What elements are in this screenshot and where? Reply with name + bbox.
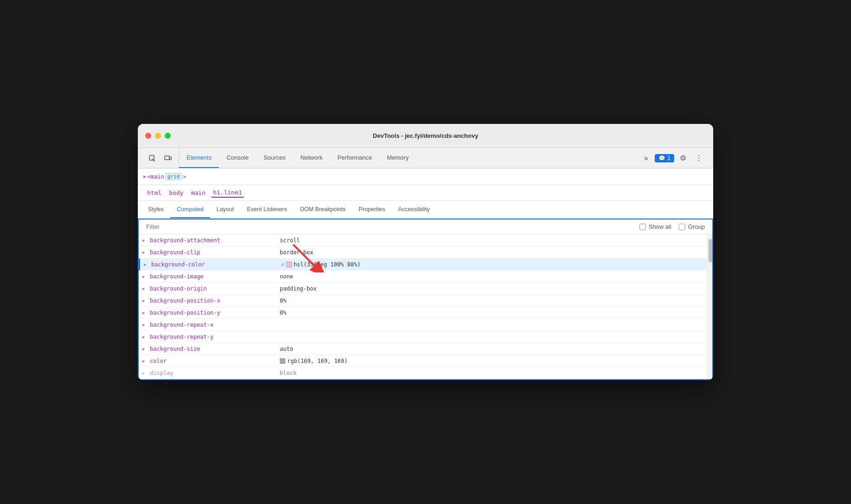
inherited-icon: ↺: [281, 261, 284, 267]
expand-icon[interactable]: ▶: [142, 286, 150, 291]
css-tab-event-listeners[interactable]: Event Listeners: [240, 201, 293, 218]
prop-value: auto: [280, 346, 293, 352]
title-bar: DevTools - jec.fyi/demo/cds-anchovy: [138, 124, 713, 148]
prop-value: 0%: [280, 297, 286, 304]
prop-row-background-color[interactable]: ▶ background-color ↺ hsl(350deg 100% 88%…: [139, 258, 707, 271]
expand-icon[interactable]: ▶: [142, 359, 150, 363]
expand-icon[interactable]: ▶: [142, 323, 150, 327]
scrollbar-thumb[interactable]: [709, 239, 712, 262]
prop-value: border-box: [280, 249, 313, 256]
device-toggle-icon[interactable]: [161, 151, 175, 165]
expand-icon[interactable]: ▶: [142, 250, 150, 255]
group-label[interactable]: Group: [679, 223, 705, 230]
prop-value: rgb(169, 169, 169): [280, 358, 348, 364]
window-title: DevTools - jec.fyi/demo/cds-anchovy: [373, 132, 478, 139]
tab-sources[interactable]: Sources: [256, 148, 293, 168]
element-breadcrumb: html body main h1.line1: [138, 185, 713, 201]
filter-options: Show all Group: [639, 223, 705, 230]
element-picker-icon[interactable]: [145, 151, 159, 165]
minimize-button[interactable]: [155, 133, 161, 139]
settings-button[interactable]: ⚙: [676, 151, 690, 165]
expand-icon[interactable]: ▶: [144, 262, 151, 267]
prop-row-background-size[interactable]: ▶ background-size auto: [139, 343, 707, 355]
devtools-window: DevTools - jec.fyi/demo/cds-anchovy Elem…: [138, 124, 713, 380]
prop-name: background-attachment: [150, 237, 280, 244]
filter-bar: Show all Group: [139, 220, 712, 234]
maximize-button[interactable]: [165, 133, 171, 139]
prop-name: background-position-y: [150, 310, 280, 316]
prop-name: background-position-x: [150, 297, 280, 304]
css-tab-accessibility[interactable]: Accessibility: [392, 201, 436, 218]
breadcrumb-body[interactable]: body: [167, 188, 185, 197]
prop-row-background-repeat-x[interactable]: ▶ background-repeat-x: [139, 319, 707, 331]
expand-icon[interactable]: ▶: [142, 298, 150, 303]
color-swatch[interactable]: [286, 262, 292, 267]
css-tab-computed[interactable]: Computed: [170, 201, 210, 218]
close-button[interactable]: [145, 133, 151, 139]
properties-list: ▶ background-attachment scroll ▶ backgro…: [139, 234, 712, 379]
devtools-tab-bar: Elements Console Sources Network Perform…: [138, 148, 713, 168]
css-tab-dom-breakpoints[interactable]: DOM Breakpoints: [293, 201, 352, 218]
tab-memory[interactable]: Memory: [380, 148, 416, 168]
breadcrumb-h1[interactable]: h1.line1: [211, 188, 244, 198]
css-tab-layout[interactable]: Layout: [210, 201, 241, 218]
traffic-lights: [145, 133, 171, 139]
prop-row-background-image[interactable]: ▶ background-image none: [139, 271, 707, 283]
tab-console[interactable]: Console: [219, 148, 256, 168]
breadcrumb-attribute[interactable]: grid: [165, 173, 182, 180]
chat-icon: 💬: [658, 155, 665, 162]
chat-badge[interactable]: 💬 1: [655, 154, 674, 162]
expand-icon[interactable]: ▶: [142, 347, 150, 351]
prop-name: background-image: [150, 273, 280, 280]
breadcrumb-expand-arrow[interactable]: ▶: [143, 174, 147, 180]
dom-breadcrumb-bar: ▶ <main grid >: [138, 168, 713, 185]
prop-row-background-position-y[interactable]: ▶ background-position-y 0%: [139, 307, 707, 319]
prop-row-display[interactable]: ▶ display block: [139, 367, 707, 379]
svg-rect-3: [169, 157, 171, 160]
css-tabs: Styles Computed Layout Event Listeners D…: [138, 201, 713, 219]
group-checkbox[interactable]: [679, 224, 685, 230]
breadcrumb-html[interactable]: html: [145, 188, 163, 197]
prop-row-background-origin[interactable]: ▶ background-origin padding-box: [139, 283, 707, 295]
expand-icon[interactable]: ▶: [142, 310, 150, 315]
tab-network[interactable]: Network: [293, 148, 330, 168]
more-options-button[interactable]: ⋮: [692, 151, 706, 165]
prop-name: color: [150, 358, 280, 364]
prop-value: padding-box: [280, 285, 316, 292]
prop-row-background-repeat-y[interactable]: ▶ background-repeat-y: [139, 331, 707, 343]
svg-rect-2: [165, 156, 169, 160]
show-all-checkbox[interactable]: [639, 224, 646, 230]
expand-icon[interactable]: ▶: [142, 335, 150, 339]
expand-icon[interactable]: ▶: [142, 238, 150, 243]
show-all-label[interactable]: Show all: [639, 223, 671, 230]
prop-row-background-clip[interactable]: ▶ background-clip border-box: [139, 246, 707, 258]
prop-name: background-size: [150, 346, 280, 352]
expand-icon[interactable]: ▶: [142, 371, 150, 375]
breadcrumb-main[interactable]: main: [189, 188, 207, 197]
prop-value: scroll: [280, 237, 300, 244]
css-tab-properties[interactable]: Properties: [352, 201, 392, 218]
filter-input[interactable]: [146, 223, 224, 230]
css-tab-styles[interactable]: Styles: [142, 201, 170, 218]
tab-performance[interactable]: Performance: [330, 148, 379, 168]
prop-name: display: [150, 370, 280, 376]
prop-name: background-repeat-y: [150, 334, 280, 340]
computed-panel: Show all Group ▶ background-attachment s…: [138, 219, 713, 380]
prop-value: none: [280, 273, 293, 280]
prop-name: background-origin: [150, 285, 280, 292]
devtools-nav-tabs: Elements Console Sources Network Perform…: [179, 148, 635, 168]
breadcrumb-close-tag: >: [183, 174, 186, 180]
color-swatch[interactable]: [280, 358, 285, 364]
prop-value: ↺ hsl(350deg 100% 88%): [281, 261, 361, 268]
scrollbar-track[interactable]: [708, 234, 712, 379]
prop-row-color[interactable]: ▶ color rgb(169, 169, 169): [139, 355, 707, 367]
breadcrumb-tag[interactable]: <main: [148, 174, 164, 180]
properties-area: ▶ background-attachment scroll ▶ backgro…: [139, 234, 712, 379]
tab-elements[interactable]: Elements: [179, 148, 219, 168]
expand-icon[interactable]: ▶: [142, 274, 150, 279]
prop-row-background-position-x[interactable]: ▶ background-position-x 0%: [139, 295, 707, 307]
prop-name: background-color: [151, 261, 281, 268]
prop-value: block: [280, 370, 297, 376]
prop-row-background-attachment[interactable]: ▶ background-attachment scroll: [139, 234, 707, 246]
more-tabs-button[interactable]: »: [639, 151, 653, 165]
